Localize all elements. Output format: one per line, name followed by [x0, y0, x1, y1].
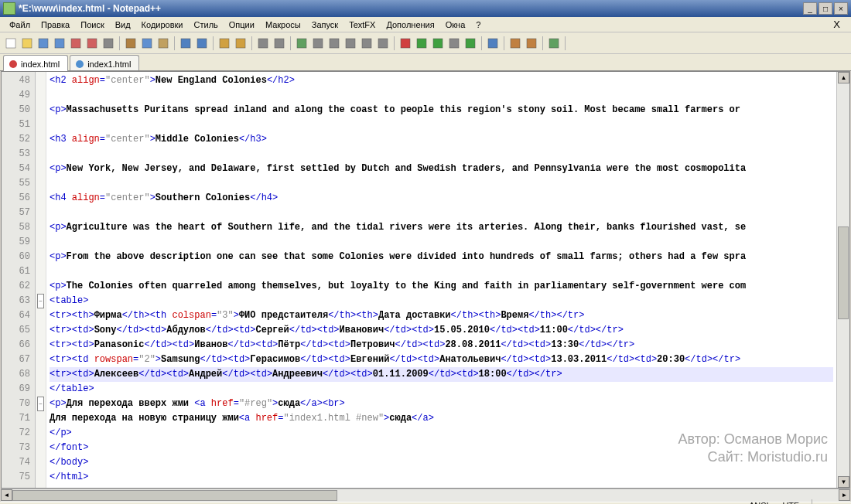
code-line[interactable]: <h4 align="center">Southern Colonies</h4… — [50, 191, 833, 206]
stop-button[interactable] — [446, 36, 462, 51]
print-button[interactable] — [101, 36, 116, 51]
menu-вид[interactable]: Вид — [111, 19, 135, 31]
indent-button[interactable] — [343, 36, 358, 51]
save-button[interactable] — [36, 36, 51, 51]
menu-макросы[interactable]: Макросы — [261, 19, 306, 31]
code-line[interactable]: <tr><td>Алексеев</td><td>Андрей</td><td>… — [50, 367, 833, 382]
code-line[interactable]: <table> — [50, 294, 833, 308]
saveall-button[interactable] — [52, 36, 67, 51]
code-line[interactable]: <p>New York, New Jersey, and Delaware, f… — [50, 162, 833, 176]
close-button[interactable]: × — [834, 2, 848, 15]
open-button[interactable] — [19, 36, 35, 51]
code-line[interactable]: <p>The Colonies often quarreled among th… — [50, 279, 833, 294]
unsaved-icon — [9, 60, 18, 69]
chars-button[interactable] — [326, 36, 342, 51]
undo-button[interactable] — [178, 36, 193, 51]
code-line[interactable] — [50, 235, 833, 250]
vertical-scroll-thumb[interactable] — [838, 226, 849, 319]
code-line[interactable]: <p>Для перехода вверх жми <a href="#reg"… — [50, 397, 833, 411]
svg-rect-27 — [488, 39, 497, 48]
horizontal-scroll-thumb[interactable] — [12, 490, 337, 501]
code-line[interactable]: <tr><td>Sony</td><td>Абдулов</td><td>Сер… — [50, 323, 833, 338]
tab-index1-html[interactable]: index1.html — [70, 55, 139, 70]
fold-cell[interactable]: − — [36, 294, 46, 308]
code-line[interactable] — [50, 264, 833, 279]
menu-textfx[interactable]: TextFX — [344, 19, 380, 31]
sync-button[interactable] — [294, 36, 309, 51]
rec-button[interactable] — [398, 36, 413, 51]
code-line[interactable]: <p>Massachusetts Puritans spread inland … — [50, 103, 833, 117]
fold-button[interactable] — [359, 36, 374, 51]
closeall-button[interactable] — [84, 36, 100, 51]
func2-button[interactable] — [524, 36, 539, 51]
minimize-button[interactable]: _ — [803, 2, 817, 15]
replace-icon — [234, 37, 247, 49]
wrap-button[interactable] — [310, 36, 326, 51]
menu-поиск[interactable]: Поиск — [76, 19, 108, 31]
fold-minus-icon[interactable]: − — [37, 397, 44, 411]
code-line[interactable] — [50, 88, 833, 103]
menu-стиль[interactable]: Стиль — [190, 19, 223, 31]
fold-cell — [36, 367, 46, 382]
code-line[interactable]: Для перехода на новую страницу жми<a hre… — [50, 411, 833, 426]
tab-index-html[interactable]: index.html — [3, 55, 68, 71]
menu-дополнения[interactable]: Дополнения — [381, 19, 439, 31]
code-line[interactable]: </body> — [50, 455, 833, 470]
vertical-scrollbar[interactable]: ▲ ▼ — [836, 72, 849, 488]
new-button[interactable] — [3, 36, 19, 51]
menu-запуск[interactable]: Запуск — [307, 19, 343, 31]
cut-button[interactable] — [123, 36, 138, 51]
menubar-close-button[interactable]: X — [827, 17, 846, 32]
maximize-button[interactable]: □ — [819, 2, 832, 15]
playmulti-button[interactable] — [463, 36, 478, 51]
code-area[interactable]: <h2 align="center">New England Colonies<… — [46, 72, 836, 488]
menu-файл[interactable]: Файл — [5, 19, 35, 31]
scroll-up-arrow-icon[interactable]: ▲ — [838, 72, 849, 83]
code-line[interactable] — [50, 206, 833, 220]
spell-button[interactable] — [546, 36, 562, 51]
redo-icon — [196, 37, 208, 49]
code-line[interactable]: <tr><td rowspan="2">Samsung</td><td>Гера… — [50, 352, 833, 367]
code-line[interactable]: </p> — [50, 426, 833, 441]
code-line[interactable]: </html> — [50, 470, 833, 485]
svg-rect-2 — [39, 39, 48, 48]
toolbar-separator — [174, 36, 175, 50]
code-line[interactable]: <p>Agriculture was the heart of Southern… — [50, 220, 833, 235]
menu-опции[interactable]: Опции — [224, 19, 259, 31]
horizontal-scrollbar[interactable]: ◄ ► — [1, 489, 850, 502]
code-line[interactable] — [50, 117, 833, 132]
scroll-right-arrow-icon[interactable]: ► — [839, 489, 850, 501]
menu-кодировки[interactable]: Кодировки — [137, 19, 188, 31]
code-line[interactable] — [50, 147, 833, 162]
copy-button[interactable] — [139, 36, 155, 51]
bookmark-button[interactable] — [485, 36, 501, 51]
zoomin-button[interactable] — [255, 36, 271, 51]
paste-button[interactable] — [156, 36, 171, 51]
menu-?[interactable]: ? — [471, 19, 485, 31]
code-line[interactable]: <p>From the above description one can se… — [50, 250, 833, 264]
close-button[interactable] — [68, 36, 84, 51]
code-line[interactable]: <tr><td>Panasonic</td><td>Иванов</td><td… — [50, 338, 833, 352]
replace-button[interactable] — [233, 36, 248, 51]
playm-button[interactable] — [430, 36, 446, 51]
code-line[interactable]: <h3 align="center">Middle Colonies</h3> — [50, 132, 833, 147]
save-icon — [37, 37, 50, 49]
zoomout-button[interactable] — [272, 36, 287, 51]
menu-правка[interactable]: Правка — [36, 19, 74, 31]
find-button[interactable] — [217, 36, 232, 51]
fold-minus-icon[interactable]: − — [37, 294, 44, 308]
scroll-down-arrow-icon[interactable]: ▼ — [838, 476, 849, 488]
code-line[interactable]: <tr><th>Фирма</th><th colspan="3">ФИО пр… — [50, 308, 833, 323]
fold-cell[interactable]: − — [36, 397, 46, 411]
func1-button[interactable] — [508, 36, 523, 51]
menu-окна[interactable]: Окна — [441, 19, 470, 31]
redo-button[interactable] — [194, 36, 210, 51]
code-line[interactable]: </font> — [50, 441, 833, 455]
code-line[interactable] — [50, 176, 833, 191]
code-line[interactable]: <h2 align="center">New England Colonies<… — [50, 73, 833, 88]
svg-rect-13 — [236, 39, 245, 48]
code-line[interactable]: </table> — [50, 382, 833, 397]
unfold-button[interactable] — [375, 36, 391, 51]
play-button[interactable] — [414, 36, 429, 51]
scroll-left-arrow-icon[interactable]: ◄ — [1, 489, 12, 501]
